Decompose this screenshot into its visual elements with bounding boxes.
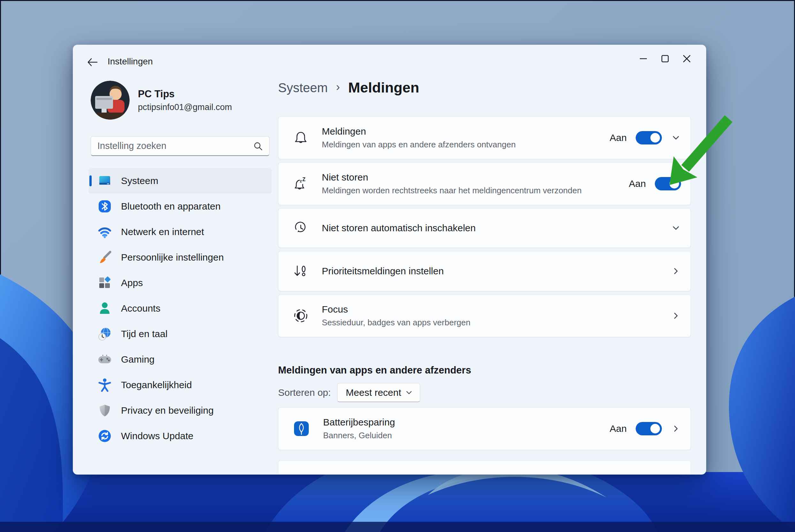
card-audio[interactable]: Audio Aan bbox=[278, 460, 691, 475]
wifi-icon bbox=[97, 225, 112, 239]
accessibility-icon bbox=[97, 378, 112, 392]
sidebar-item-gaming[interactable]: Gaming bbox=[88, 347, 272, 372]
sidebar-item-label: Gaming bbox=[121, 354, 155, 365]
app-notification-list: Batterijbesparing Banners, Geluiden Aan bbox=[278, 407, 691, 475]
card-title: Meldingen bbox=[322, 126, 516, 137]
sidebar-nav: Systeem Bluetooth en apparaten Netwerk e… bbox=[88, 168, 272, 449]
sidebar-item-tijd-en-taal[interactable]: Tijd en taal bbox=[88, 321, 272, 347]
main-content: Systeem › Meldingen Meldingen Meldingen … bbox=[278, 45, 691, 475]
card-title: Batterijbesparing bbox=[323, 417, 395, 428]
sidebar-item-label: Tijd en taal bbox=[121, 328, 168, 339]
shield-icon bbox=[97, 403, 112, 418]
sidebar-item-apps[interactable]: Apps bbox=[88, 270, 272, 296]
sidebar-item-label: Accounts bbox=[121, 303, 160, 314]
chevron-down-icon bbox=[404, 388, 414, 397]
toggle-state-label: Aan bbox=[610, 132, 627, 143]
user-profile[interactable]: PC Tips pctipsinfo01@gmail.com bbox=[91, 81, 232, 120]
apps-grid-icon bbox=[97, 276, 112, 290]
card-focus[interactable]: Focus Sessieduur, badges van apps verber… bbox=[278, 294, 691, 337]
meldingen-toggle[interactable] bbox=[636, 131, 662, 145]
sort-row: Sorteren op: Meest recent bbox=[278, 383, 420, 402]
breadcrumb: Systeem › Meldingen bbox=[278, 79, 419, 96]
audio-icon bbox=[293, 473, 310, 475]
card-prioriteitsmeldingen[interactable]: Prioriteitsmeldingen instellen bbox=[278, 251, 691, 291]
card-niet-storen[interactable]: zZ Niet storen Meldingen worden rechtstr… bbox=[278, 162, 691, 205]
chevron-right-icon[interactable] bbox=[671, 266, 681, 276]
chevron-right-icon[interactable] bbox=[671, 311, 681, 321]
sidebar-item-netwerk[interactable]: Netwerk en internet bbox=[88, 219, 272, 245]
card-title: Focus bbox=[322, 304, 470, 315]
chevron-down-icon[interactable] bbox=[671, 133, 681, 143]
sidebar-item-windows-update[interactable]: Windows Update bbox=[88, 423, 272, 449]
gamepad-icon bbox=[97, 352, 112, 367]
settings-cards: Meldingen Meldingen van apps en andere a… bbox=[278, 116, 691, 337]
card-title: Niet storen bbox=[322, 172, 582, 183]
bluetooth-icon bbox=[97, 199, 112, 214]
selected-indicator bbox=[89, 175, 92, 186]
bell-icon bbox=[293, 130, 308, 146]
profile-name: PC Tips bbox=[138, 88, 232, 100]
toggle-state-label: Aan bbox=[629, 178, 646, 189]
batterijbesparing-toggle[interactable] bbox=[636, 422, 662, 435]
card-title: Prioriteitsmeldingen instellen bbox=[322, 266, 444, 277]
laptop-icon bbox=[97, 173, 112, 188]
sidebar-item-toegankelijkheid[interactable]: Toegankelijkheid bbox=[88, 372, 272, 398]
desktop: Instellingen bbox=[0, 0, 795, 532]
focus-icon bbox=[293, 308, 308, 323]
sidebar-item-label: Netwerk en internet bbox=[121, 226, 204, 237]
chevron-down-icon[interactable] bbox=[671, 223, 681, 233]
card-niet-storen-automatisch[interactable]: Niet storen automatisch inschakelen bbox=[278, 208, 691, 248]
card-subtitle: Banners, Geluiden bbox=[323, 431, 395, 440]
sort-selected-value: Meest recent bbox=[346, 387, 404, 398]
sidebar-item-bluetooth[interactable]: Bluetooth en apparaten bbox=[88, 194, 272, 219]
card-subtitle: Sessieduur, badges van apps verbergen bbox=[322, 318, 470, 327]
sidebar-item-label: Privacy en beveiliging bbox=[121, 405, 214, 416]
svg-text:Z: Z bbox=[302, 177, 306, 182]
niet-storen-toggle[interactable] bbox=[655, 177, 681, 190]
globe-clock-icon bbox=[97, 327, 112, 341]
bell-sleep-icon: zZ bbox=[293, 176, 308, 191]
card-meldingen[interactable]: Meldingen Meldingen van apps en andere a… bbox=[278, 116, 691, 159]
sidebar-item-systeem[interactable]: Systeem bbox=[88, 168, 272, 194]
card-subtitle: Meldingen worden rechtstreeks naar het m… bbox=[322, 186, 582, 195]
toggle-state-label: Aan bbox=[610, 423, 627, 434]
priority-icon bbox=[293, 263, 308, 279]
paintbrush-icon bbox=[97, 250, 112, 265]
sidebar-item-accounts[interactable]: Accounts bbox=[88, 296, 272, 321]
sidebar-item-privacy[interactable]: Privacy en beveiliging bbox=[88, 398, 272, 423]
sidebar-item-label: Toegankelijkheid bbox=[121, 380, 192, 391]
clock-icon bbox=[293, 221, 308, 236]
avatar bbox=[91, 81, 130, 120]
sidebar-item-label: Windows Update bbox=[121, 431, 194, 441]
toggle-knob bbox=[650, 424, 660, 434]
sidebar-item-label: Systeem bbox=[121, 175, 158, 186]
card-batterijbesparing[interactable]: Batterijbesparing Banners, Geluiden Aan bbox=[278, 407, 691, 450]
sidebar-item-label: Bluetooth en apparaten bbox=[121, 201, 221, 212]
search-input[interactable] bbox=[91, 136, 253, 155]
arrow-left-icon bbox=[87, 56, 99, 68]
profile-email: pctipsinfo01@gmail.com bbox=[138, 102, 232, 112]
card-title: Niet storen automatisch inschakelen bbox=[322, 223, 476, 233]
breadcrumb-parent[interactable]: Systeem bbox=[278, 81, 328, 95]
person-icon bbox=[97, 301, 112, 316]
breadcrumb-separator: › bbox=[336, 80, 340, 95]
toggle-knob bbox=[650, 133, 660, 142]
sidebar-item-label: Persoonlijke instellingen bbox=[121, 252, 224, 263]
window-title: Instellingen bbox=[108, 56, 153, 66]
sort-dropdown[interactable]: Meest recent bbox=[337, 383, 420, 402]
chevron-right-icon[interactable] bbox=[671, 423, 681, 434]
apps-section-heading: Meldingen van apps en andere afzenders bbox=[278, 364, 471, 376]
search-box bbox=[91, 136, 269, 156]
card-subtitle: Meldingen van apps en andere afzenders o… bbox=[322, 140, 516, 150]
back-button[interactable] bbox=[83, 53, 103, 71]
sort-label: Sorteren op: bbox=[278, 387, 331, 398]
svg-text:z: z bbox=[300, 178, 302, 184]
sync-icon bbox=[97, 429, 112, 443]
toggle-knob bbox=[670, 179, 679, 189]
settings-window: Instellingen bbox=[73, 45, 706, 475]
sidebar-item-persoonlijke-instellingen[interactable]: Persoonlijke instellingen bbox=[88, 245, 272, 270]
battery-saver-icon bbox=[293, 420, 310, 437]
search-icon bbox=[253, 141, 263, 151]
page-title: Meldingen bbox=[348, 79, 419, 96]
sidebar-item-label: Apps bbox=[121, 278, 143, 288]
